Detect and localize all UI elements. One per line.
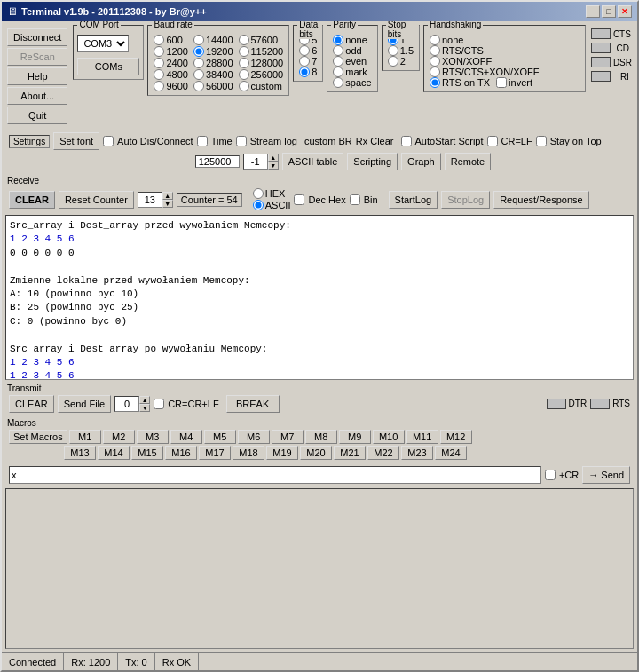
macro-m5[interactable]: M5 xyxy=(204,430,236,444)
auto-disconnect-checkbox[interactable] xyxy=(103,136,114,146)
remote-button[interactable]: Remote xyxy=(445,153,492,170)
dbits-6-radio[interactable] xyxy=(299,45,310,56)
request-response-button[interactable]: Request/Response xyxy=(493,191,589,209)
macro-m6[interactable]: M6 xyxy=(238,430,270,444)
tx-counter-input[interactable] xyxy=(114,396,139,412)
rx-ascii-radio[interactable] xyxy=(253,200,264,210)
ascii-table-button[interactable]: ASCII table xyxy=(282,153,344,170)
macro-m22[interactable]: M22 xyxy=(367,446,399,460)
parity-odd-radio[interactable] xyxy=(333,45,343,56)
hs-xonxoff-radio[interactable] xyxy=(430,56,440,67)
transmit-clear-button[interactable]: CLEAR xyxy=(9,395,54,413)
break-button[interactable]: BREAK xyxy=(226,395,280,413)
baud-38400-radio[interactable] xyxy=(193,69,204,80)
hs-none-radio[interactable] xyxy=(430,35,440,45)
counter-input[interactable] xyxy=(138,192,162,208)
baud-28800-radio[interactable] xyxy=(193,58,204,68)
hs-rtson-radio[interactable] xyxy=(430,77,440,88)
baud-600-radio[interactable] xyxy=(154,35,164,45)
com-select[interactable]: COM3 COM1 COM2 xyxy=(77,35,129,52)
macro-m15[interactable]: M15 xyxy=(131,446,163,460)
baud-56000-radio[interactable] xyxy=(193,81,204,91)
baud-19200-radio[interactable] xyxy=(193,46,204,57)
macro-m17[interactable]: M17 xyxy=(199,446,231,460)
disconnect-button[interactable]: Disconnect xyxy=(7,28,67,46)
time-checkbox[interactable] xyxy=(197,136,208,146)
cr-crlf-checkbox[interactable] xyxy=(154,399,164,409)
baud-9600-radio[interactable] xyxy=(154,81,164,91)
scripting-button[interactable]: Scripting xyxy=(347,153,398,170)
send-button[interactable]: → Send xyxy=(582,466,630,484)
tx-input[interactable] xyxy=(9,466,541,484)
maximize-button[interactable]: □ xyxy=(602,5,616,18)
stream-log-checkbox[interactable] xyxy=(236,136,247,146)
baud-custom-radio[interactable] xyxy=(239,81,249,91)
baud-14400-radio[interactable] xyxy=(193,35,204,45)
macro-m13[interactable]: M13 xyxy=(64,446,96,460)
macro-m10[interactable]: M10 xyxy=(373,430,405,444)
macro-m16[interactable]: M16 xyxy=(165,446,197,460)
dbits-8-radio[interactable] xyxy=(299,67,310,77)
macro-m19[interactable]: M19 xyxy=(266,446,298,460)
minimize-button[interactable]: ─ xyxy=(586,5,600,18)
quit-button[interactable]: Quit xyxy=(7,107,67,124)
set-macros-button[interactable]: Set Macros xyxy=(9,430,67,444)
hs-rtscts-radio[interactable] xyxy=(430,45,440,56)
rx-clear-input[interactable] xyxy=(243,154,268,170)
set-font-button[interactable]: Set font xyxy=(53,132,99,150)
dec-hex-checkbox[interactable] xyxy=(294,194,304,205)
baud-115200-radio[interactable] xyxy=(239,46,249,57)
rx-clear-down[interactable]: ▼ xyxy=(268,162,279,170)
counter-up[interactable]: ▲ xyxy=(162,192,173,200)
baud-57600-radio[interactable] xyxy=(239,35,249,45)
coms-button[interactable]: COMs xyxy=(77,58,139,75)
parity-mark-radio[interactable] xyxy=(333,67,343,77)
sbits-2-radio[interactable] xyxy=(388,56,398,67)
macro-m24[interactable]: M24 xyxy=(435,446,467,460)
macro-m9[interactable]: M9 xyxy=(339,430,371,444)
start-log-button[interactable]: StartLog xyxy=(389,191,438,209)
help-button[interactable]: Help xyxy=(7,67,67,85)
baud-128000-radio[interactable] xyxy=(239,58,249,68)
macro-m18[interactable]: M18 xyxy=(233,446,264,460)
macro-m20[interactable]: M20 xyxy=(300,446,332,460)
graph-button[interactable]: Graph xyxy=(401,153,441,170)
reset-counter-button[interactable]: Reset Counter xyxy=(59,191,134,209)
baud-2400-radio[interactable] xyxy=(154,58,164,68)
receive-clear-button[interactable]: CLEAR xyxy=(9,191,55,209)
macro-m21[interactable]: M21 xyxy=(334,446,366,460)
counter-down[interactable]: ▼ xyxy=(162,200,173,208)
stop-log-button[interactable]: StopLog xyxy=(441,191,490,209)
stay-on-top-checkbox[interactable] xyxy=(536,136,547,146)
hs-invert-checkbox[interactable] xyxy=(496,77,507,88)
dbits-7-radio[interactable] xyxy=(299,56,310,67)
macro-m1[interactable]: M1 xyxy=(69,430,101,444)
send-file-button[interactable]: Send File xyxy=(58,395,111,413)
baud-4800-radio[interactable] xyxy=(154,69,164,80)
bin-checkbox[interactable] xyxy=(350,194,360,205)
macro-m14[interactable]: M14 xyxy=(98,446,130,460)
hs-rtsxon-radio[interactable] xyxy=(430,67,440,77)
parity-space-radio[interactable] xyxy=(333,77,343,88)
baud-1200-radio[interactable] xyxy=(154,46,164,57)
about-button[interactable]: About... xyxy=(7,87,67,105)
baud-256000-radio[interactable] xyxy=(239,69,249,80)
macro-m7[interactable]: M7 xyxy=(272,430,304,444)
autostart-checkbox[interactable] xyxy=(401,136,412,146)
macro-m3[interactable]: M3 xyxy=(137,430,169,444)
macro-m12[interactable]: M12 xyxy=(440,430,472,444)
macro-m2[interactable]: M2 xyxy=(103,430,135,444)
macro-m4[interactable]: M4 xyxy=(170,430,202,444)
rx-clear-up[interactable]: ▲ xyxy=(268,154,279,162)
close-button[interactable]: ✕ xyxy=(618,5,632,18)
tx-counter-up[interactable]: ▲ xyxy=(139,396,150,404)
parity-none-radio[interactable] xyxy=(333,35,343,45)
cr-checkbox[interactable] xyxy=(545,470,556,480)
crlf-checkbox[interactable] xyxy=(487,136,498,146)
sbits-15-radio[interactable] xyxy=(388,45,398,56)
parity-even-radio[interactable] xyxy=(333,56,343,67)
tx-counter-down[interactable]: ▼ xyxy=(139,404,150,412)
macro-m8[interactable]: M8 xyxy=(305,430,337,444)
rescan-button[interactable]: ReScan xyxy=(7,48,67,66)
macro-m23[interactable]: M23 xyxy=(401,446,433,460)
